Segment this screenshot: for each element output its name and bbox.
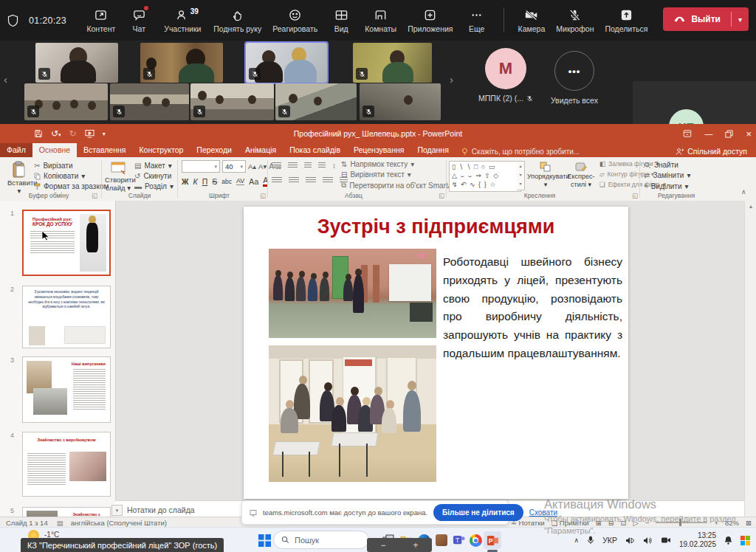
tab-transitions[interactable]: Переходи (190, 143, 238, 157)
text-direction-button[interactable]: ⇅Напрямок тексту ▾ (341, 160, 414, 168)
shrink-font-button[interactable]: А▾ (258, 162, 267, 170)
save-icon[interactable] (34, 129, 43, 138)
strikethrough-button[interactable]: S (212, 177, 217, 186)
slide-photo-meeting[interactable] (269, 249, 436, 338)
replace-button[interactable]: ⇄Замінити ▾ (644, 171, 690, 179)
start-slideshow-icon[interactable] (85, 129, 94, 138)
slide-title[interactable]: Зустріч з підприємцями (244, 215, 628, 238)
view-reading-icon[interactable]: ⊡ (621, 519, 627, 527)
video-tile[interactable] (353, 43, 432, 83)
tab-view[interactable]: Подання (410, 143, 455, 157)
scroll-up-icon[interactable]: ▲ (745, 201, 756, 209)
video-tile[interactable] (35, 43, 118, 83)
align-text-button[interactable]: ⊟Вирівняти текст ▾ (341, 170, 411, 179)
character-spacing-button[interactable]: AV (236, 177, 244, 185)
slide-body-text[interactable]: Роботодавці швейного бізнесу приходять у… (443, 253, 622, 363)
zoom-minus-icon[interactable]: − (380, 540, 385, 551)
corner-app-icon[interactable] (740, 536, 750, 545)
paste-button[interactable]: Вставити▾ (7, 161, 31, 195)
slide-thumbnail-3[interactable]: Наші випускники (22, 356, 111, 423)
bullets-numbering-buttons[interactable]: ↕ (272, 162, 336, 170)
find-button[interactable]: Знайти (644, 161, 678, 169)
more-button[interactable]: Еще (464, 7, 489, 33)
leave-options-chevron[interactable]: ▾ (732, 15, 749, 24)
strip-scroll-right-icon[interactable]: › (450, 73, 453, 86)
tray-clock[interactable]: 13:2519.02.2025 (679, 531, 716, 550)
shapes-gallery[interactable]: ▯ ∖ ∖ □ ○ ▭ △ ⌣ ⌣ ⇒ ⇧ ◇ ↯ ↶ ∿ { } ☆ (449, 161, 521, 192)
tab-file[interactable]: Файл (0, 143, 32, 157)
notes-splitter-icon[interactable]: ▾ (111, 505, 123, 516)
zoom-slider[interactable] (656, 522, 707, 523)
participants-button[interactable]: 39 Участники (162, 7, 202, 33)
start-button[interactable] (255, 531, 273, 549)
format-painter-button[interactable]: Формат за зразком (34, 182, 109, 190)
language-indicator[interactable]: англійська (Сполучені Штати) (71, 519, 167, 527)
video-tile[interactable] (190, 83, 274, 120)
tab-design[interactable]: Конструктор (132, 143, 190, 157)
content-button[interactable]: Контент (86, 7, 115, 33)
tray-cast-audio-icon[interactable] (625, 537, 635, 545)
change-case-button[interactable]: Аа (249, 177, 258, 186)
spellcheck-icon[interactable]: ▤ (57, 519, 63, 527)
slide-photo-students[interactable] (269, 345, 436, 482)
store-app-icon[interactable] (433, 531, 450, 549)
camera-button[interactable]: Камера (518, 7, 546, 33)
stop-sharing-button[interactable]: Більше не ділитися (433, 504, 523, 521)
view-button[interactable]: Вид (329, 7, 354, 33)
cut-button[interactable]: ✂Вирізати (34, 162, 73, 170)
mini-zoom-controls[interactable]: − + (367, 538, 432, 552)
slide-thumbnail-2[interactable]: З розвитком економіки, модних тенденцій … (22, 286, 111, 348)
tray-mic-icon[interactable] (587, 536, 594, 545)
font-size-combo[interactable]: 40▾ (222, 160, 246, 173)
underline-button[interactable]: П (202, 177, 208, 186)
italic-button[interactable]: К (193, 177, 198, 186)
taskbar-search[interactable]: Пошук (273, 531, 369, 549)
chrome-icon[interactable] (467, 531, 484, 549)
tab-animations[interactable]: Анімація (238, 143, 283, 157)
tray-expand-icon[interactable]: ∧ (574, 537, 580, 544)
leave-button[interactable]: Выйти (663, 14, 731, 24)
video-tile[interactable] (110, 83, 189, 120)
rooms-button[interactable]: Комнаты (365, 7, 396, 33)
slide-thumbnail-4[interactable]: Знайомство з виробництвом (22, 432, 111, 497)
qat-customize-icon[interactable]: ▾ (103, 131, 106, 137)
view-sorter-icon[interactable]: ⊟ (608, 519, 614, 527)
share-button[interactable]: Спільний доступ (676, 143, 756, 157)
view-slideshow-icon[interactable]: ▷ (633, 519, 639, 527)
hide-banner-link[interactable]: Сховати (529, 508, 557, 517)
tray-camera-icon[interactable] (661, 537, 671, 544)
zoom-plus-icon[interactable]: + (413, 540, 418, 551)
grow-font-button[interactable]: А▴ (248, 162, 256, 170)
powerpoint-taskbar-icon[interactable]: P (484, 531, 501, 549)
vertical-scrollbar[interactable]: ▲ (744, 201, 756, 517)
teams-icon[interactable]: T (450, 531, 467, 549)
restore-icon[interactable] (725, 130, 733, 138)
notification-bell-icon[interactable] (724, 536, 732, 545)
quick-styles-button[interactable]: Експрес-стилі ▾ (566, 161, 597, 189)
fit-to-window-icon[interactable]: ⊠ (746, 519, 752, 527)
raise-hand-button[interactable]: Поднять руку (213, 7, 261, 33)
alignment-buttons[interactable] (272, 177, 351, 184)
text-shadow-button[interactable]: abc (221, 178, 232, 185)
ribbon-display-options-icon[interactable] (683, 129, 692, 138)
new-slide-button[interactable]: Створити слайд ▾ (105, 161, 131, 192)
video-tile[interactable] (275, 83, 357, 120)
undo-icon[interactable]: ↺▾ (51, 128, 61, 139)
video-tile-active-speaker[interactable] (246, 43, 327, 83)
bold-button[interactable]: Ж (182, 177, 189, 186)
font-name-combo[interactable]: ▾ (182, 160, 220, 173)
collapse-ribbon-icon[interactable]: ∧ (741, 188, 746, 196)
share-screen-button[interactable]: Поделиться (605, 7, 647, 33)
tab-review[interactable]: Рецензування (347, 143, 410, 157)
conference-window-title[interactable]: КЗ "Перечинський професійний ліцей" ЗОР … (21, 538, 224, 552)
chat-button[interactable]: Чат (126, 7, 151, 33)
tab-home[interactable]: Основне (32, 143, 77, 157)
tab-slideshow[interactable]: Показ слайдів (283, 143, 347, 157)
view-normal-icon[interactable]: ⊞ (596, 519, 602, 527)
slide-canvas[interactable]: Зустріч з підприємцями (244, 207, 628, 499)
comments-toggle[interactable]: ❑ Примітки (551, 519, 589, 527)
mic-button[interactable]: Микрофон (556, 7, 594, 33)
video-tile[interactable] (360, 83, 441, 120)
zoom-in-icon[interactable]: + (714, 519, 718, 527)
layout-button[interactable]: ▤Макет ▾ (134, 162, 172, 170)
